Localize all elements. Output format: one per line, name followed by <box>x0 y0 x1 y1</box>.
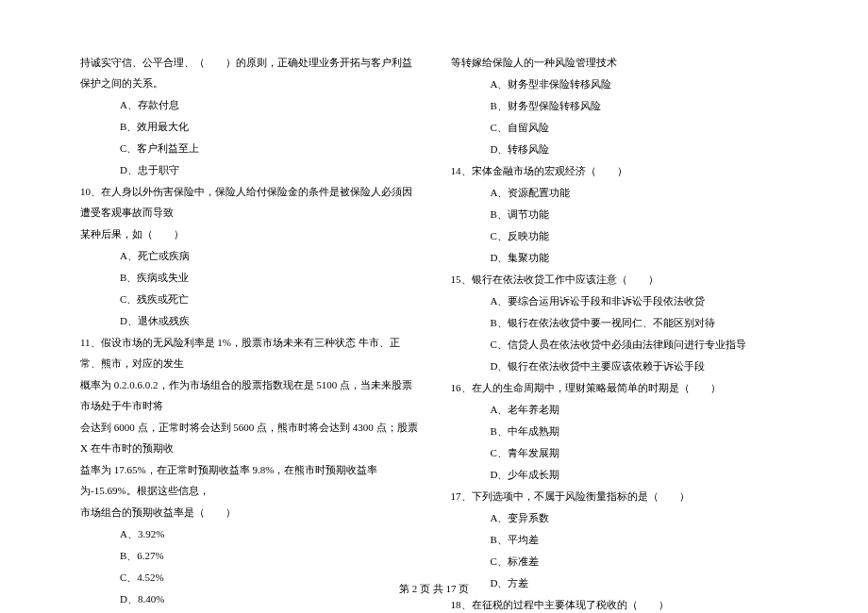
option-a: A、存款付息 <box>80 94 418 115</box>
question-15: 15、银行在依法收贷工作中应该注意（ ） <box>451 269 789 290</box>
question-18: 18、在征税的过程中主要体现了税收的（ ） <box>451 594 789 613</box>
question-13-cont: 等转嫁给保险人的一种风险管理技术 <box>451 52 789 73</box>
option-b: B、效用最大化 <box>80 116 418 137</box>
question-11-cont2: 会达到 6000 点，正常时将会达到 5600 点，熊市时将会达到 4300 点… <box>80 417 418 458</box>
option-d: D、集聚功能 <box>451 247 789 268</box>
option-a: A、要综合运用诉讼手段和非诉讼手段依法收贷 <box>451 290 789 311</box>
option-c: C、信贷人员在依法收贷中必须由法律顾问进行专业指导 <box>451 334 789 355</box>
option-c: C、残疾或死亡 <box>80 289 418 309</box>
option-a: A、老年养老期 <box>451 399 789 420</box>
question-intro: 持诚实守信、公平合理、（ ）的原则，正确处理业务开拓与客户利益保护之间的关系。 <box>80 52 418 93</box>
option-a: A、3.92% <box>80 523 418 544</box>
question-17: 17、下列选项中，不属于风险衡量指标的是（ ） <box>451 486 789 506</box>
option-b: B、平均差 <box>451 529 789 550</box>
page-content: 持诚实守信、公平合理、（ ）的原则，正确处理业务开拓与客户利益保护之间的关系。 … <box>0 0 868 613</box>
option-b: B、6.27% <box>80 545 418 566</box>
right-column: 等转嫁给保险人的一种风险管理技术 A、财务型非保险转移风险 B、财务型保险转移风… <box>451 52 789 613</box>
option-c: C、反映功能 <box>451 225 789 246</box>
option-d: D、银行在依法收贷中主要应该依赖于诉讼手段 <box>451 356 789 376</box>
option-b: B、疾病或失业 <box>80 267 418 288</box>
option-b: B、财务型保险转移风险 <box>451 95 789 116</box>
option-a: A、资源配置功能 <box>451 182 789 203</box>
option-c: C、客户利益至上 <box>80 138 418 158</box>
option-b: B、调节功能 <box>451 204 789 224</box>
option-c: C、自留风险 <box>451 117 789 138</box>
question-10: 10、在人身以外伤害保险中，保险人给付保险金的条件是被保险人必须因遭受客观事故而… <box>80 181 418 223</box>
question-10-cont: 某种后果，如（ ） <box>80 224 418 244</box>
question-11: 11、假设市场的无风险利率是 1%，股票市场未来有三种状态 牛市、正常、熊市，对… <box>80 332 418 373</box>
question-11-cont3: 益率为 17.65%，在正常时预期收益率 9.8%，在熊市时预期收益率为-15.… <box>80 459 418 501</box>
question-11-cont4: 市场组合的预期收益率是（ ） <box>80 502 418 522</box>
option-b: B、银行在依法收贷中要一视同仁、不能区别对待 <box>451 312 789 333</box>
left-column: 持诚实守信、公平合理、（ ）的原则，正确处理业务开拓与客户利益保护之间的关系。 … <box>80 52 418 613</box>
page-footer: 第 2 页 共 17 页 <box>0 582 868 596</box>
option-b: B、中年成熟期 <box>451 421 789 441</box>
option-d: D、忠于职守 <box>80 159 418 180</box>
option-d: D、退休或残疾 <box>80 310 418 331</box>
option-d: D、少年成长期 <box>451 464 789 485</box>
option-c: C、标准差 <box>451 551 789 572</box>
option-a: A、变异系数 <box>451 507 789 528</box>
question-14: 14、宋体金融市场的宏观经济（ ） <box>451 160 789 181</box>
option-a: A、财务型非保险转移风险 <box>451 74 789 94</box>
option-c: C、青年发展期 <box>451 442 789 463</box>
question-11-cont1: 概率为 0.2.0.6.0.2，作为市场组合的股票指数现在是 5100 点，当未… <box>80 374 418 416</box>
option-a: A、死亡或疾病 <box>80 245 418 266</box>
option-d: D、转移风险 <box>451 139 789 159</box>
question-16: 16、在人的生命周期中，理财策略最简单的时期是（ ） <box>451 377 789 398</box>
